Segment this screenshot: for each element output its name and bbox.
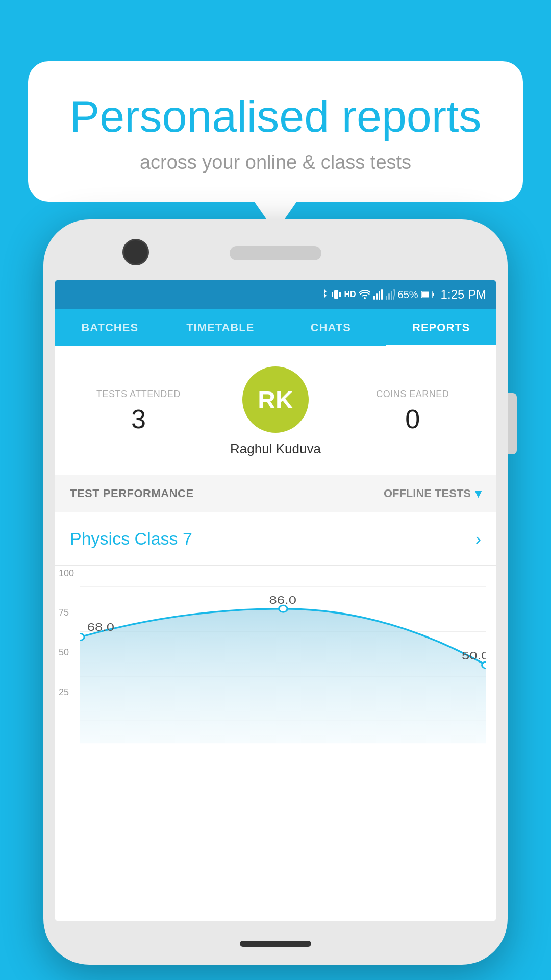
chart-data-label-3: 50.0	[462, 650, 486, 662]
no-signal-icon	[386, 289, 395, 300]
tab-batches[interactable]: BATCHES	[55, 309, 165, 346]
coins-earned-block: COINS EARNED 0	[344, 389, 481, 434]
coins-earned-label: COINS EARNED	[344, 389, 481, 400]
user-name: Raghul Kuduva	[230, 441, 321, 457]
svg-rect-9	[391, 291, 392, 300]
test-performance-label: TEST PERFORMANCE	[70, 487, 194, 500]
wifi-icon	[359, 290, 370, 299]
chart-data-label-2: 86.0	[269, 594, 296, 606]
chart-point-1	[80, 633, 84, 640]
class-name: Physics Class 7	[70, 529, 192, 549]
chart-data-label-1: 68.0	[87, 621, 114, 633]
chart-y-75: 75	[59, 607, 69, 618]
status-bar: HD 65% 1:25 PM	[55, 280, 496, 309]
hd-badge: HD	[344, 290, 356, 299]
tab-timetable[interactable]: TIMETABLE	[165, 309, 276, 346]
bubble-title: Personalised reports	[64, 92, 487, 141]
avatar-initials: RK	[258, 386, 293, 414]
profile-section: TESTS ATTENDED 3 RK Raghul Kuduva COINS …	[55, 346, 496, 475]
svg-rect-7	[386, 296, 387, 300]
class-row[interactable]: Physics Class 7 ›	[55, 512, 496, 566]
coins-earned-value: 0	[344, 404, 481, 434]
svg-rect-3	[373, 296, 375, 300]
tests-attended-label: TESTS ATTENDED	[70, 389, 207, 400]
svg-rect-13	[433, 293, 434, 296]
nav-tabs: BATCHES TIMETABLE CHATS REPORTS	[55, 309, 496, 346]
filter-dropdown[interactable]: OFFLINE TESTS ▾	[384, 486, 481, 501]
bubble-subtitle: across your online & class tests	[64, 152, 487, 174]
chart-y-50: 50	[59, 647, 69, 658]
phone-screen: HD 65% 1:25 PM BATCHES TIMETABLE CHATS R…	[55, 280, 496, 921]
phone-home-indicator	[240, 941, 311, 947]
vibrate-icon	[332, 289, 341, 300]
bluetooth-icon	[319, 289, 329, 300]
filter-label: OFFLINE TESTS	[384, 487, 471, 500]
phone-camera	[122, 239, 149, 265]
avatar-block: RK Raghul Kuduva	[207, 366, 344, 457]
chart-svg: 68.0 86.0 50.0	[80, 576, 486, 754]
tab-chats[interactable]: CHATS	[276, 309, 386, 346]
tab-reports[interactable]: REPORTS	[386, 309, 497, 346]
tests-attended-value: 3	[70, 404, 207, 434]
battery-percent: 65%	[398, 289, 418, 301]
tests-attended-block: TESTS ATTENDED 3	[70, 389, 207, 434]
chart-y-100: 100	[59, 568, 74, 579]
battery-icon	[421, 291, 434, 298]
chart-point-2	[279, 605, 287, 612]
chart-area: 100 75 50 25	[55, 566, 496, 760]
phone-side-button	[508, 393, 517, 454]
phone-shell: HD 65% 1:25 PM BATCHES TIMETABLE CHATS R…	[43, 219, 508, 965]
signal-icon	[373, 289, 383, 300]
svg-rect-2	[339, 292, 341, 297]
svg-rect-6	[381, 289, 383, 300]
speech-bubble: Personalised reports across your online …	[28, 61, 523, 202]
svg-rect-4	[376, 293, 378, 300]
svg-rect-1	[332, 292, 333, 297]
phone-speaker	[230, 246, 321, 260]
status-icons: HD 65% 1:25 PM	[319, 287, 486, 302]
chevron-down-icon: ▾	[475, 486, 481, 501]
class-chevron-icon: ›	[475, 529, 481, 549]
chart-fill	[80, 609, 486, 743]
svg-rect-0	[334, 290, 338, 299]
svg-rect-5	[379, 291, 380, 300]
chart-point-3	[482, 662, 486, 668]
svg-rect-14	[422, 292, 429, 298]
avatar: RK	[242, 366, 309, 433]
section-header: TEST PERFORMANCE OFFLINE TESTS ▾	[55, 475, 496, 512]
chart-y-25: 25	[59, 687, 69, 698]
svg-rect-8	[388, 293, 390, 300]
status-time: 1:25 PM	[441, 287, 486, 302]
